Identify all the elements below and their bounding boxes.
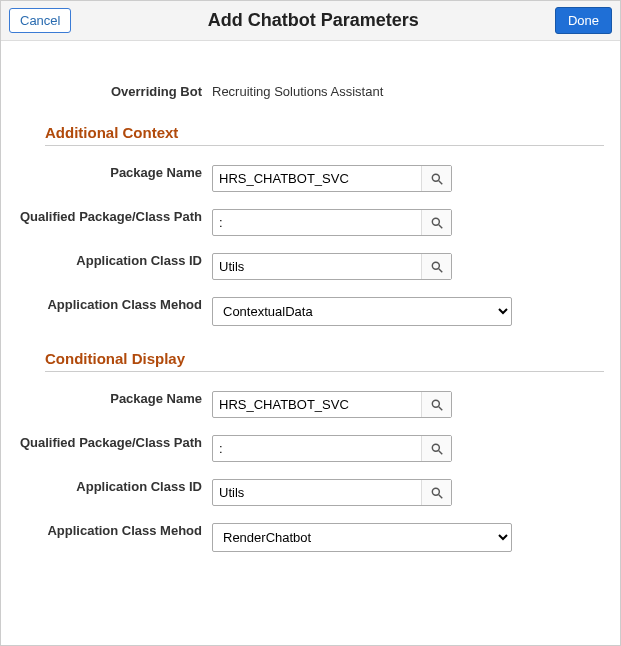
ac-qualified-path-field <box>212 209 452 236</box>
svg-line-11 <box>438 495 442 499</box>
ac-package-name-label: Package Name <box>17 160 212 181</box>
cd-app-class-id-label: Application Class ID <box>17 474 212 495</box>
ac-app-class-method-select[interactable]: ContextualData <box>212 297 512 326</box>
search-icon <box>430 442 444 456</box>
svg-line-5 <box>438 269 442 273</box>
ac-app-class-id-lookup[interactable] <box>421 254 451 279</box>
svg-line-7 <box>438 407 442 411</box>
dialog-title: Add Chatbot Parameters <box>208 10 419 31</box>
svg-point-2 <box>432 218 439 225</box>
ac-app-class-method-row: Application Class Mehod ContextualData <box>17 292 604 326</box>
search-icon <box>430 172 444 186</box>
search-icon <box>430 486 444 500</box>
search-icon <box>430 216 444 230</box>
cd-package-name-row: Package Name <box>17 386 604 418</box>
cd-qualified-path-label: Qualified Package/Class Path <box>17 430 212 451</box>
dialog-header: Cancel Add Chatbot Parameters Done <box>1 1 620 41</box>
cd-app-class-method-label: Application Class Mehod <box>17 518 212 539</box>
search-icon <box>430 398 444 412</box>
cd-package-name-field <box>212 391 452 418</box>
ac-qualified-path-label: Qualified Package/Class Path <box>17 204 212 225</box>
cd-app-class-id-field <box>212 479 452 506</box>
svg-line-3 <box>438 225 442 229</box>
done-button[interactable]: Done <box>555 7 612 34</box>
ac-app-class-id-input[interactable] <box>213 254 421 279</box>
ac-package-name-field <box>212 165 452 192</box>
section-title-additional-context: Additional Context <box>45 124 604 141</box>
cd-package-name-lookup[interactable] <box>421 392 451 417</box>
section-divider <box>45 371 604 372</box>
search-icon <box>430 260 444 274</box>
ac-qualified-path-lookup[interactable] <box>421 210 451 235</box>
ac-qualified-path-row: Qualified Package/Class Path <box>17 204 604 236</box>
cd-app-class-method-row: Application Class Mehod RenderChatbot <box>17 518 604 552</box>
svg-point-0 <box>432 174 439 181</box>
svg-point-8 <box>432 444 439 451</box>
ac-app-class-method-label: Application Class Mehod <box>17 292 212 313</box>
cd-package-name-label: Package Name <box>17 386 212 407</box>
svg-line-1 <box>438 181 442 185</box>
section-title-conditional-display: Conditional Display <box>45 350 604 367</box>
dialog-body: Overriding Bot Recruiting Solutions Assi… <box>1 41 620 594</box>
svg-point-4 <box>432 262 439 269</box>
ac-package-name-row: Package Name <box>17 160 604 192</box>
ac-package-name-input[interactable] <box>213 166 421 191</box>
cd-app-class-id-row: Application Class ID <box>17 474 604 506</box>
cd-qualified-path-input[interactable] <box>213 436 421 461</box>
cd-app-class-id-input[interactable] <box>213 480 421 505</box>
ac-app-class-id-field <box>212 253 452 280</box>
ac-app-class-id-label: Application Class ID <box>17 248 212 269</box>
cd-app-class-method-select[interactable]: RenderChatbot <box>212 523 512 552</box>
overriding-bot-label: Overriding Bot <box>17 79 212 100</box>
ac-package-name-lookup[interactable] <box>421 166 451 191</box>
cd-qualified-path-row: Qualified Package/Class Path <box>17 430 604 462</box>
cd-qualified-path-field <box>212 435 452 462</box>
cd-qualified-path-lookup[interactable] <box>421 436 451 461</box>
cd-app-class-id-lookup[interactable] <box>421 480 451 505</box>
cd-package-name-input[interactable] <box>213 392 421 417</box>
overriding-bot-value: Recruiting Solutions Assistant <box>212 79 604 99</box>
section-divider <box>45 145 604 146</box>
svg-point-6 <box>432 400 439 407</box>
svg-line-9 <box>438 451 442 455</box>
ac-app-class-id-row: Application Class ID <box>17 248 604 280</box>
overriding-bot-row: Overriding Bot Recruiting Solutions Assi… <box>17 79 604 100</box>
ac-qualified-path-input[interactable] <box>213 210 421 235</box>
svg-point-10 <box>432 488 439 495</box>
cancel-button[interactable]: Cancel <box>9 8 71 33</box>
